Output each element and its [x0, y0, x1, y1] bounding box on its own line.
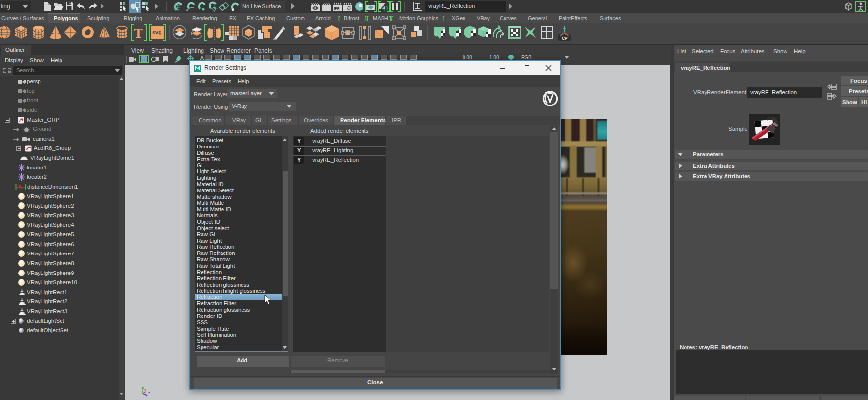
svg-text:CP: CP: [562, 36, 568, 41]
svg-text:IPR: IPR: [334, 7, 340, 10]
svg-text:x: x: [144, 388, 146, 392]
svg-text:z: z: [148, 391, 150, 395]
